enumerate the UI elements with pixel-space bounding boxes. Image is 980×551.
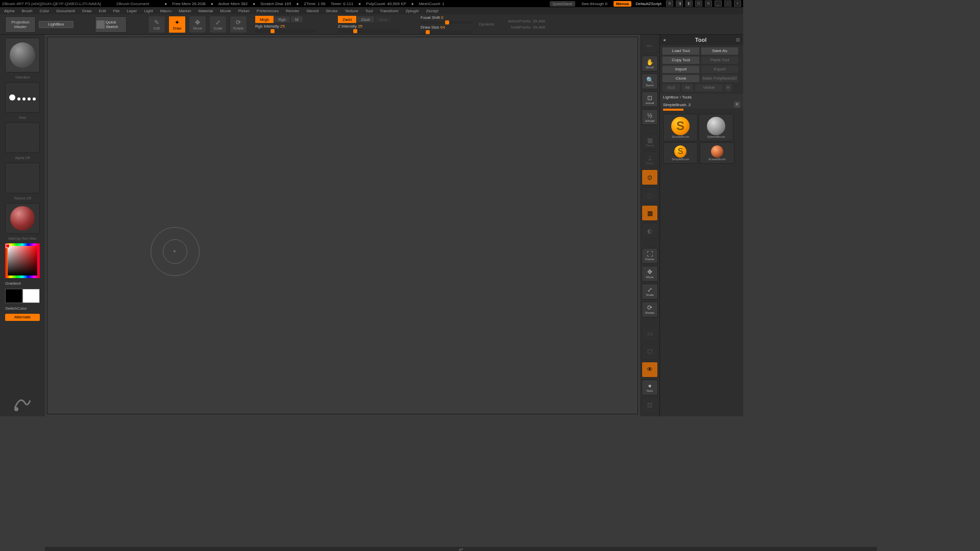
menu-zplugin[interactable]: Zplugin <box>405 9 419 13</box>
projection-master-button[interactable]: ProjectionMaster <box>5 16 36 33</box>
win-icon[interactable]: ◧ <box>685 1 693 7</box>
menu-picker[interactable]: Picker <box>238 9 250 13</box>
canvas[interactable]: + <box>47 37 638 414</box>
actual-button[interactable]: ⊡Actual <box>642 91 658 107</box>
minimize-button[interactable]: _ <box>715 1 722 7</box>
secondary-color-swatch[interactable] <box>22 289 40 303</box>
rotate-nav-button[interactable]: ⟳Rotate <box>642 302 658 317</box>
zcut-button[interactable]: Zcut <box>375 16 392 23</box>
floor-button[interactable]: ⊥Floor <box>642 152 658 167</box>
menu-layer[interactable]: Layer <box>127 9 137 13</box>
aahalf-button[interactable]: ½AAHalf <box>642 109 658 125</box>
rgb-button[interactable]: Rgb <box>274 16 290 23</box>
rgb-intensity-slider[interactable] <box>255 30 316 33</box>
menu-movie[interactable]: Movie <box>220 9 231 13</box>
lasso-button[interactable]: ◌ <box>642 187 658 203</box>
move-mode-button[interactable]: ✥Move <box>189 16 206 33</box>
goz-button[interactable]: GoZ <box>662 84 680 92</box>
r-button[interactable]: R <box>724 84 732 92</box>
persp-button[interactable]: ▦Persp <box>642 134 658 149</box>
menu-material[interactable]: Material <box>199 9 213 13</box>
make-polymesh-button[interactable]: Make PolyMesh3D <box>701 74 739 83</box>
focal-shift-slider[interactable] <box>421 21 472 24</box>
texture-selector[interactable] <box>5 163 40 193</box>
win-icon[interactable]: ◨ <box>676 1 683 7</box>
restore-config-button[interactable]: R <box>734 102 740 108</box>
polyf-button[interactable]: ▦ <box>642 205 658 221</box>
ghost-button[interactable]: ⊡ <box>642 397 658 413</box>
menu-alpha[interactable]: Alpha <box>4 9 14 13</box>
z-intensity-slider[interactable] <box>338 30 399 33</box>
stroke-selector[interactable] <box>5 82 40 113</box>
zoom-button[interactable]: 🔍Zoom <box>642 73 658 89</box>
seethrough-slider[interactable]: See-through 0 <box>581 2 607 6</box>
zsub-button[interactable]: Zsub <box>356 16 375 23</box>
load-tool-button[interactable]: Load Tool <box>662 47 700 55</box>
clone-button[interactable]: Clone <box>662 74 700 83</box>
solo-button[interactable]: ●Solo <box>642 380 658 395</box>
draw-mode-button[interactable]: ✦Draw <box>168 16 186 33</box>
menu-edit[interactable]: Edit <box>99 9 106 13</box>
draw-size-slider[interactable] <box>421 31 472 34</box>
visibility-button[interactable]: 👁 <box>642 362 658 378</box>
menu-texture[interactable]: Texture <box>345 9 358 13</box>
brush-selector[interactable] <box>5 38 40 72</box>
maximize-button[interactable]: □ <box>724 1 731 7</box>
menu-stroke[interactable]: Stroke <box>326 9 337 13</box>
transp-button[interactable]: ◐ <box>642 223 658 239</box>
win-icon[interactable]: ⊡ <box>695 1 702 7</box>
menu-macro[interactable]: Macro <box>160 9 172 13</box>
move-nav-button[interactable]: ✥Move <box>642 266 658 282</box>
menu-tool[interactable]: Tool <box>365 9 373 13</box>
save-as-button[interactable]: Save As <box>701 47 739 55</box>
menu-preferences[interactable]: Preferences <box>257 9 279 13</box>
tool-item[interactable]: SSimpleBrush <box>663 142 698 164</box>
menu-transform[interactable]: Transform <box>380 9 398 13</box>
menu-marker[interactable]: Marker <box>179 9 191 13</box>
material-selector[interactable] <box>5 203 40 234</box>
menus-toggle[interactable]: Menus <box>614 1 631 7</box>
menu-draw[interactable]: Draw <box>82 9 92 13</box>
quicksave-button[interactable]: QuickSave <box>550 1 576 7</box>
menu-color[interactable]: Color <box>39 9 49 13</box>
xpose-button[interactable]: ▭ <box>642 326 658 342</box>
close-button[interactable]: × <box>734 1 741 7</box>
frame-button[interactable]: ⛶Frame <box>642 248 658 264</box>
m-button[interactable]: M <box>290 16 303 23</box>
lightbox-button[interactable]: LightBox <box>39 21 74 28</box>
copy-tool-button[interactable]: Copy Tool <box>662 56 700 64</box>
dock-icon[interactable]: ⊟ <box>736 37 740 42</box>
scale-mode-button[interactable]: ⤢Scale <box>209 16 227 33</box>
spix-button[interactable]: SPix <box>642 38 658 54</box>
mrgb-button[interactable]: Mrgb <box>255 16 274 23</box>
win-icon[interactable]: ⊟ <box>705 1 712 7</box>
tool-item[interactable]: SSimpleBrush <box>663 114 698 141</box>
alpha-selector[interactable] <box>5 122 40 153</box>
back-icon[interactable]: ◂ <box>663 37 666 42</box>
goz-visible-button[interactable]: Visible <box>695 84 723 92</box>
scale-nav-button[interactable]: ⤢Scale <box>642 284 658 299</box>
goz-all-button[interactable]: All <box>681 84 694 92</box>
menu-light[interactable]: Light <box>144 9 153 13</box>
tool-item[interactable]: SphereBrush <box>699 114 733 141</box>
menu-file[interactable]: File <box>113 9 119 13</box>
gradient-toggle[interactable]: Gradient <box>5 281 40 286</box>
menu-zscript[interactable]: Zscript <box>426 9 438 13</box>
color-picker[interactable] <box>5 243 40 278</box>
edit-mode-button[interactable]: ✎Edit <box>148 16 165 33</box>
quick-sketch-button[interactable]: QuickSketch <box>95 16 127 33</box>
menu-brush[interactable]: Brush <box>21 9 32 13</box>
menu-stencil[interactable]: Stencil <box>306 9 318 13</box>
scroll-button[interactable]: ✋Scroll <box>642 56 658 71</box>
menu-render[interactable]: Render <box>286 9 299 13</box>
import-button[interactable]: Import <box>662 65 700 73</box>
local-button[interactable]: ⊙ <box>642 169 658 185</box>
rotate-mode-button[interactable]: ⟳Rotate <box>230 16 247 33</box>
switchcolor-button[interactable]: SwitchColor <box>5 306 40 311</box>
menu-document[interactable]: Document <box>57 9 75 13</box>
dynamic-button[interactable]: ⬡ <box>642 344 658 360</box>
default-zscript[interactable]: DefaultZScript <box>635 2 662 6</box>
tool-item[interactable]: EraserBrush <box>700 142 734 164</box>
dynamic-toggle[interactable]: Dynamic <box>479 22 495 27</box>
zadd-button[interactable]: Zadd <box>338 16 356 23</box>
